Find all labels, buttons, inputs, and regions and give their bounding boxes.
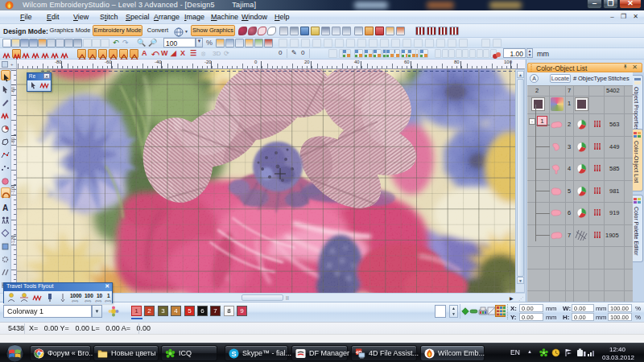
svg-text:S: S xyxy=(231,350,236,358)
svg-text:A: A xyxy=(2,204,8,212)
